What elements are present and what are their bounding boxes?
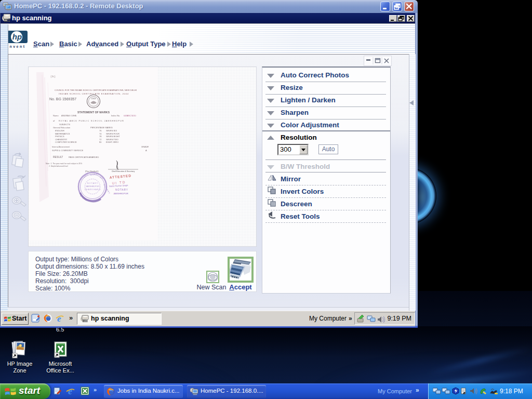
svg-text:PASS CERTIFICATE AWARDED: PASS CERTIFICATE AWARDED xyxy=(69,156,99,158)
svg-text:A: A xyxy=(145,149,147,152)
svg-text:ROYAL ABCD PUBLIC SCHOOL J: ROYAL ABCD PUBLIC SCHOOL JAMSHEDPUR xyxy=(59,119,124,122)
svg-text:e: e xyxy=(57,314,61,324)
svg-text:SEVEN TWO: SEVEN TWO xyxy=(106,138,118,141)
svg-text:Name: Name xyxy=(53,114,59,117)
svg-text:Chief Executive & Secretary: Chief Executive & Secretary xyxy=(112,170,135,172)
svg-text:SUBJECTS: SUBJECTS xyxy=(59,123,70,126)
svg-text:CHEMISTRY: CHEMISTRY xyxy=(55,138,68,141)
svg-text:ENGLISH: ENGLISH xyxy=(55,129,64,132)
svg-text:MATHEMATICS: MATHEMATICS xyxy=(55,132,70,135)
svg-text:JAMSHEDPUR: JAMSHEDPUR xyxy=(86,185,99,188)
svg-text:EIGHT ZERO: EIGHT ZERO xyxy=(106,141,118,143)
svg-text:78: 78 xyxy=(99,135,102,138)
svg-text:STATEMENT OF MARKS: STATEMENT OF MARKS xyxy=(77,111,110,114)
svg-text:JAMSHEDPUR: JAMSHEDPUR xyxy=(113,192,128,195)
svg-text:GRADE: GRADE xyxy=(141,145,149,148)
svg-text:( h ): ( h ) xyxy=(51,75,56,78)
svg-text:Internal Assessment: Internal Assessment xyxy=(52,146,70,148)
svg-text:72: 72 xyxy=(99,138,102,141)
svg-text:No. BG 1569357: No. BG 1569357 xyxy=(49,97,76,101)
svg-text:ANURAG OJHA: ANURAG OJHA xyxy=(61,114,76,117)
svg-text:COMPUTER SCIENCE: COMPUTER SCIENCE xyxy=(55,141,77,143)
svg-text:2. Simple/advanced level: 2. Simple/advanced level xyxy=(49,165,68,167)
svg-text:SEVEN FOUR: SEVEN FOUR xyxy=(106,132,119,135)
svg-text:04/ABC/1010: 04/ABC/1010 xyxy=(124,114,137,117)
svg-text:e: e xyxy=(68,386,72,396)
svg-text:SUPW & COMMUNITY SERVICE: SUPW & COMMUNITY SERVICE xyxy=(52,149,83,152)
svg-text:General Education: General Education xyxy=(53,126,70,129)
svg-text:SEVEN EIGHT: SEVEN EIGHT xyxy=(106,135,120,138)
svg-text:PERCENTAGE MARKS: PERCENTAGE MARKS xyxy=(90,126,113,129)
svg-text:74: 74 xyxy=(99,132,102,135)
svg-text:76: 76 xyxy=(99,129,102,132)
svg-text:COUNCIL FOR THE INDIAN SCHOOL: COUNCIL FOR THE INDIAN SCHOOL CERTIFICAT… xyxy=(55,89,137,91)
svg-text:CISCE: CISCE xyxy=(91,98,96,100)
svg-text:J H A R K H A N D: J H A R K H A N D xyxy=(85,189,101,191)
svg-text:NOTARY: NOTARY xyxy=(115,189,128,191)
svg-text:80: 80 xyxy=(99,141,102,143)
svg-text:SEVEN SIX: SEVEN SIX xyxy=(106,129,117,132)
svg-text:Note : 1. The pass mark for ea: Note : 1. The pass mark for each subject… xyxy=(46,163,82,165)
svg-text:Index No.: Index No. xyxy=(111,114,120,117)
svg-text:RESULT: RESULT xyxy=(53,155,63,158)
svg-text:PHYSICS: PHYSICS xyxy=(55,135,64,138)
svg-text:N O T A R Y: N O T A R Y xyxy=(87,182,98,184)
